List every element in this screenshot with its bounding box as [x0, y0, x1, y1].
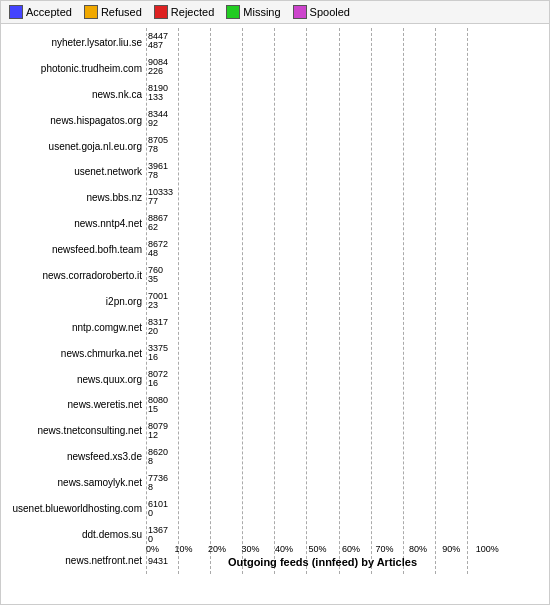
bar-row: 9431 — [146, 552, 499, 570]
legend-label-spooled: Spooled — [310, 6, 350, 18]
y-label: usenet.goja.nl.eu.org — [1, 142, 142, 152]
y-label: usenet.network — [1, 167, 142, 177]
bar-value-label: 77368 — [148, 474, 168, 492]
y-label: nyheter.lysator.liu.se — [1, 38, 142, 48]
bar-value-label: 76035 — [148, 266, 163, 284]
bar-row: 8447487 — [146, 32, 499, 50]
legend-box-accepted — [9, 5, 23, 19]
bar-row: 61010 — [146, 500, 499, 518]
chart-container: Accepted Refused Rejected Missing Spoole… — [0, 0, 550, 605]
y-label: news.bbs.nz — [1, 193, 142, 203]
bar-value-label: 831720 — [148, 318, 168, 336]
bar-value-label: 8190133 — [148, 84, 168, 102]
bar-row: 13670 — [146, 526, 499, 544]
bar-value-label: 86208 — [148, 448, 168, 466]
bar-row: 9084226 — [146, 58, 499, 76]
legend-box-refused — [84, 5, 98, 19]
bar-value-label: 337516 — [148, 344, 168, 362]
y-label: photonic.trudheim.com — [1, 64, 142, 74]
legend: Accepted Refused Rejected Missing Spoole… — [1, 1, 549, 24]
bar-row: 396178 — [146, 162, 499, 180]
y-label: newsfeed.bofh.team — [1, 245, 142, 255]
y-label: news.samoylyk.net — [1, 478, 142, 488]
bar-row: 831720 — [146, 318, 499, 336]
bar-row: 76035 — [146, 266, 499, 284]
bars-section: 8447487908422681901338344928705783961781… — [146, 28, 499, 574]
bar-value-label: 807216 — [148, 370, 168, 388]
bar-value-label: 13670 — [148, 526, 168, 544]
bar-value-label: 61010 — [148, 500, 168, 518]
bar-row: 1033377 — [146, 188, 499, 206]
bar-row: 867248 — [146, 240, 499, 258]
y-label: news.nk.ca — [1, 90, 142, 100]
bar-value-label: 867248 — [148, 240, 168, 258]
bar-row: 77368 — [146, 474, 499, 492]
chart-area: nyheter.lysator.liu.sephotonic.trudheim.… — [1, 24, 549, 604]
legend-item-rejected: Rejected — [154, 5, 214, 19]
legend-item-spooled: Spooled — [293, 5, 350, 19]
legend-box-missing — [226, 5, 240, 19]
bar-row: 8190133 — [146, 84, 499, 102]
bar-value-label: 9084226 — [148, 58, 168, 76]
y-label: news.quux.org — [1, 375, 142, 385]
bar-value-label: 807912 — [148, 422, 168, 440]
legend-label-refused: Refused — [101, 6, 142, 18]
bar-row: 700123 — [146, 292, 499, 310]
y-label: i2pn.org — [1, 297, 142, 307]
bar-row: 870578 — [146, 136, 499, 154]
legend-box-rejected — [154, 5, 168, 19]
y-labels: nyheter.lysator.liu.sephotonic.trudheim.… — [1, 28, 146, 574]
bar-row: 86208 — [146, 448, 499, 466]
y-label: nntp.comgw.net — [1, 323, 142, 333]
y-label: news.nntp4.net — [1, 219, 142, 229]
y-label: ddt.demos.su — [1, 530, 142, 540]
bar-value-label: 1033377 — [148, 188, 173, 206]
bar-row: 886762 — [146, 214, 499, 232]
bar-value-label: 9431 — [148, 557, 168, 566]
bar-row: 807912 — [146, 422, 499, 440]
bar-value-label: 396178 — [148, 162, 168, 180]
bars-section-wrapper: 8447487908422681901338344928705783961781… — [146, 28, 549, 574]
y-label: newsfeed.xs3.de — [1, 452, 142, 462]
legend-label-rejected: Rejected — [171, 6, 214, 18]
bar-value-label: 700123 — [148, 292, 168, 310]
bar-row: 337516 — [146, 344, 499, 362]
bar-value-label: 808015 — [148, 396, 168, 414]
y-label: news.tnetconsulting.net — [1, 426, 142, 436]
bar-row: 834492 — [146, 110, 499, 128]
legend-label-accepted: Accepted — [26, 6, 72, 18]
bar-value-label: 8447487 — [148, 32, 168, 50]
legend-label-missing: Missing — [243, 6, 280, 18]
y-label: news.netfront.net — [1, 556, 142, 566]
legend-item-refused: Refused — [84, 5, 142, 19]
bar-value-label: 886762 — [148, 214, 168, 232]
bar-row: 807216 — [146, 370, 499, 388]
y-label: news.chmurka.net — [1, 349, 142, 359]
bar-value-label: 870578 — [148, 136, 168, 154]
y-label: news.hispagatos.org — [1, 116, 142, 126]
bars-container: 8447487908422681901338344928705783961781… — [146, 28, 499, 574]
y-label: news.weretis.net — [1, 400, 142, 410]
legend-box-spooled — [293, 5, 307, 19]
y-label: news.corradoroberto.it — [1, 271, 142, 281]
bar-row: 808015 — [146, 396, 499, 414]
y-label: usenet.blueworldhosting.com — [1, 504, 142, 514]
bar-value-label: 834492 — [148, 110, 168, 128]
legend-item-missing: Missing — [226, 5, 280, 19]
legend-item-accepted: Accepted — [9, 5, 72, 19]
